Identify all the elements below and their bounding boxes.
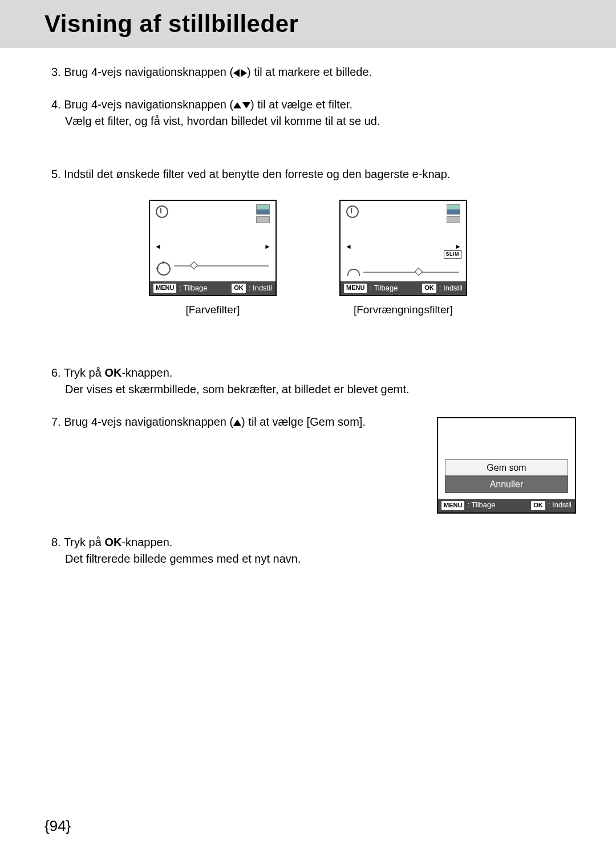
page-number: {94} <box>44 817 71 835</box>
thumbnails <box>256 204 270 223</box>
lcd-screen-color-filter: ◄ ► MENU : Tilbage OK : Indstil <box>149 200 277 296</box>
ok-bold: OK <box>104 366 121 379</box>
status-bar: MENU : Tilbage OK : Indstil <box>150 281 275 295</box>
thumbnail-preview <box>447 204 460 215</box>
save-screen-block: Gem som Annuller MENU : Tilbage OK : Ind… <box>437 417 565 514</box>
lens-icon <box>346 205 359 218</box>
thumbnail-strip <box>256 216 270 223</box>
dial-row <box>157 262 269 276</box>
text-frag: Tryk på <box>64 536 105 548</box>
step-subtext: Det filtrerede billede gemmes med et nyt… <box>65 551 565 567</box>
slider-track-top <box>174 265 269 267</box>
save-options: Gem som Annuller <box>445 459 568 492</box>
step-number: 3. <box>51 66 61 78</box>
slider-track <box>363 272 459 273</box>
thumbnail-strip <box>447 216 460 223</box>
step-text: Brug 4-vejs navigationsknappen () til at… <box>64 415 366 428</box>
lcd-screen-distortion-filter: ◄ ► SLIM MENU : Tilbage OK : Indstil <box>339 200 467 296</box>
text-frag: ) til at vælge et filter. <box>250 98 352 111</box>
cancel-option: Annuller <box>445 476 568 492</box>
step-text: Tryk på OK-knappen. <box>64 536 172 548</box>
text-frag: ) til at markere et billede. <box>247 66 372 78</box>
ok-label: : Indstil <box>548 500 572 511</box>
text-frag: -knappen. <box>121 366 172 379</box>
menu-pill: MENU <box>441 501 464 510</box>
save-as-option: Gem som <box>445 459 568 476</box>
thumbnail-preview <box>256 204 270 215</box>
ok-pill: OK <box>232 284 246 293</box>
menu-label: : Tilbage <box>370 283 398 294</box>
step-subtext: Vælg et filter, og få vist, hvordan bill… <box>65 113 565 130</box>
screen-caption: [Forvrængningsfilter] <box>339 302 467 318</box>
step-4: 4. Brug 4-vejs navigationsknappen () til… <box>51 96 565 130</box>
step-text: Tryk på OK-knappen. <box>64 366 172 379</box>
lens-icon <box>156 205 168 218</box>
ok-bold: OK <box>104 536 121 548</box>
nav-left-icon: ◄ <box>345 242 352 252</box>
page-title: Visning af stillbilleder <box>44 10 616 38</box>
slider-knob <box>190 261 198 269</box>
rear-dial-icon <box>347 269 360 276</box>
step-number: 5. <box>51 168 61 180</box>
right-arrow-icon <box>241 69 247 77</box>
front-dial-icon <box>157 262 171 276</box>
step-7: 7. Brug 4-vejs navigationsknappen () til… <box>51 414 425 430</box>
page-body: 3. Brug 4-vejs navigationsknappen () til… <box>0 64 616 567</box>
up-arrow-icon <box>233 102 241 108</box>
menu-label: : Tilbage <box>467 500 495 511</box>
status-bar: MENU : Tilbage OK : Indstil <box>341 281 466 295</box>
text-frag: ) til at vælge [Gem som]. <box>241 415 366 428</box>
lcd-screen-save: Gem som Annuller MENU : Tilbage OK : Ind… <box>437 417 576 514</box>
page-header: Visning af stillbilleder <box>0 0 616 48</box>
text-frag: Brug 4-vejs navigationsknappen ( <box>64 415 233 428</box>
step-6: 6. Tryk på OK-knappen. Der vises et skær… <box>51 365 565 398</box>
screen-caption: [Farvefilter] <box>149 302 277 318</box>
screen-examples: ◄ ► MENU : Tilbage OK : Indstil [Farvefi… <box>51 200 565 318</box>
menu-pill: MENU <box>344 284 367 293</box>
status-bar: MENU : Tilbage OK : Indstil <box>438 499 575 512</box>
step-number: 8. <box>51 536 61 548</box>
slider-knob <box>415 268 423 276</box>
step-text: Brug 4-vejs navigationsknappen () til at… <box>64 98 352 111</box>
text-frag: Brug 4-vejs navigationsknappen ( <box>64 98 233 111</box>
step-3: 3. Brug 4-vejs navigationsknappen () til… <box>51 64 565 80</box>
down-arrow-icon <box>242 102 250 108</box>
step-7-row: 7. Brug 4-vejs navigationsknappen () til… <box>51 414 565 514</box>
dial-row <box>347 269 459 276</box>
text-frag: Tryk på <box>64 366 105 379</box>
step-number: 4. <box>51 98 61 111</box>
menu-label: : Tilbage <box>179 283 207 294</box>
slim-tag: SLIM <box>444 250 462 259</box>
nav-right-icon: ► <box>264 242 271 252</box>
step-text: Brug 4-vejs navigationsknappen () til at… <box>64 66 372 78</box>
step-5: 5. Indstil det ønskede filter ved at ben… <box>51 166 565 183</box>
ok-label: : Indstil <box>439 283 463 294</box>
ok-pill: OK <box>531 501 545 510</box>
left-arrow-icon <box>233 69 240 77</box>
menu-pill: MENU <box>153 284 176 293</box>
step-number: 7. <box>51 415 61 428</box>
ok-label: : Indstil <box>249 283 272 294</box>
text-frag: -knappen. <box>121 536 172 548</box>
step-subtext: Der vises et skærmbillede, som bekræfter… <box>65 381 565 398</box>
screen-example-right: ◄ ► SLIM MENU : Tilbage OK : Indstil [Fo… <box>339 200 467 318</box>
up-arrow-icon <box>233 419 241 426</box>
text-frag: Brug 4-vejs navigationsknappen ( <box>64 66 233 78</box>
screen-example-left: ◄ ► MENU : Tilbage OK : Indstil [Farvefi… <box>149 200 277 318</box>
step-8: 8. Tryk på OK-knappen. Det filtrerede bi… <box>51 534 565 567</box>
ok-pill: OK <box>422 284 436 293</box>
step-text: Indstil det ønskede filter ved at benytt… <box>64 168 450 180</box>
thumbnails <box>447 204 460 223</box>
nav-left-icon: ◄ <box>155 242 161 252</box>
step-number: 6. <box>51 366 61 379</box>
